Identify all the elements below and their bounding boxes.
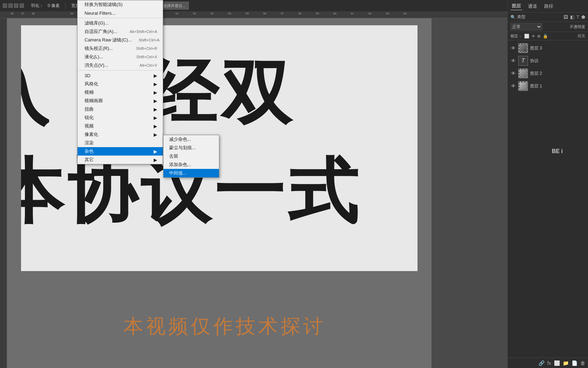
panel-icon-adjust[interactable]: ◧ (570, 14, 574, 20)
menu-item-niuqu[interactable]: 扭曲 ▶ (78, 105, 163, 113)
be-i-overlay: BE i (527, 143, 588, 160)
win-ctrl-2[interactable] (8, 4, 13, 8)
search-icon: 🔍 (510, 15, 516, 20)
ruler-num-57: 57 (281, 12, 284, 15)
layer-item-layer1[interactable]: 👁 图层 1 (508, 80, 588, 92)
be-i-text: BE i (552, 148, 563, 155)
panel-mode-row: 正常 不透明度 (508, 22, 588, 32)
menu-item-lvjingku[interactable]: 滤镜库(G)... (78, 19, 163, 27)
menu-item-zhuanhuan[interactable]: 转换为智能滤镜(S) (78, 0, 163, 9)
panel-search-row: 🔍 类型 🖼 ◧ T ⬟ (508, 13, 588, 22)
menu-item-zaose[interactable]: 杂色 ▶ (78, 147, 163, 156)
win-ctrl-1[interactable] (3, 4, 7, 8)
menu-item-ziyingying[interactable]: 自适应广角(A)... Alt+Shift+Ctrl+A (78, 27, 163, 36)
ruler-num-53: 53 (211, 12, 214, 15)
panel-icon-shape[interactable]: ⬟ (581, 14, 585, 20)
menu-item-ruihua[interactable]: 锐化 ▶ (78, 113, 163, 122)
layer-visibility-xieyi[interactable]: 👁 (510, 58, 516, 64)
layer-thumbnail-layer2 (518, 68, 528, 78)
layer-item-layer3[interactable]: 👁 图层 3 (508, 42, 588, 54)
layer-name-layer2: 图层 2 (530, 71, 542, 77)
menu-item-xiaoshi[interactable]: 消失点(V)... Alt+Ctrl+V (78, 61, 163, 70)
ruler-num-59: 59 (316, 12, 319, 15)
panel-tabs: 图层 通道 路径 (508, 0, 588, 13)
submenu-item-quban[interactable]: 去斑 (163, 152, 219, 160)
submenu-item-jianshao[interactable]: 减少杂色... (163, 135, 219, 144)
ruler-left (0, 18, 7, 368)
menu-item-qita[interactable]: 其它 ▶ (78, 156, 163, 164)
new-layer-icon[interactable]: 📄 (572, 360, 577, 366)
panel-icon-image[interactable]: 🖼 (563, 14, 568, 20)
menu-item-shipin[interactable]: 视频 ▶ (78, 122, 163, 130)
submenu-item-tianjia[interactable]: 添加杂色... (163, 160, 219, 169)
subtitle-area: 本视频仅作技术探讨 (14, 313, 432, 340)
ruler-num-37: 37 (21, 12, 24, 15)
add-mask-icon[interactable]: ⬜ (554, 360, 560, 366)
layer-item-xieyi[interactable]: 👁 T 协议 (508, 54, 588, 67)
tab-channels[interactable]: 通道 (527, 2, 539, 10)
submenu-item-gongchen[interactable]: 蒙尘与划痕... (163, 144, 219, 152)
menu-item-jantou[interactable]: 镜头校正(R)... Shift+Ctrl+R (78, 44, 163, 53)
ruler-num-36: 36 (11, 12, 14, 15)
ruler-num-64: 64 (403, 12, 407, 15)
lock-icon-move[interactable]: ✛ (532, 34, 535, 39)
menu-item-cameraraw[interactable]: Camera Raw 滤镜(C)... Shift+Ctrl+A (78, 36, 163, 44)
menu-item-3d[interactable]: 3D ▶ (78, 71, 163, 80)
ruler-num-54: 54 (228, 12, 231, 15)
win-ctrl-3[interactable] (14, 4, 18, 8)
canvas-char-left-r1: 入 (21, 46, 49, 141)
select-mask-button[interactable]: 选择并遮住... (160, 2, 189, 9)
panel-filter-icons: 🖼 ◧ T ⬟ (563, 14, 585, 20)
menu-separator-2 (78, 70, 163, 71)
win-ctrl-4[interactable] (20, 4, 24, 8)
opacity-label: 不透明度 (570, 24, 585, 29)
layer-item-layer2[interactable]: 👁 图层 2 (508, 67, 588, 80)
layer-visibility-layer3[interactable]: 👁 (510, 45, 516, 51)
lock-icon-chess[interactable]: ⬜ (524, 34, 529, 39)
menu-item-mohu[interactable]: 模糊 ▶ (78, 88, 163, 97)
subtitle-text: 本视频仅作技术探讨 (123, 315, 326, 337)
fill-label: 填充 (577, 33, 585, 39)
layer-thumbnail-layer1 (518, 81, 528, 91)
lock-icon-lock[interactable]: 🔒 (543, 34, 548, 39)
delete-layer-icon[interactable]: 🗑 (580, 360, 585, 366)
ruler-num-52: 52 (193, 12, 196, 15)
layer-visibility-layer2[interactable]: 👁 (510, 71, 516, 76)
layers-list: 👁 图层 3 👁 T 协议 👁 图层 2 👁 (508, 40, 588, 94)
ruler-num-45: 45 (70, 12, 73, 15)
tab-layers[interactable]: 图层 (510, 2, 522, 10)
panel-lock-row: 锁定： ⬜ ✛ ⊕ 🔒 填充 (508, 32, 588, 40)
layer-thumbnail-xieyi: T (518, 56, 528, 66)
layer-text-icon-xieyi: T (521, 58, 525, 64)
panel-bottom: 🔗 fx ⬜ 📁 📄 🗑 (508, 357, 588, 368)
right-panel: 图层 通道 路径 🔍 类型 🖼 ◧ T ⬟ 正常 不透明度 锁定： ⬜ ✛ ⊕ … (507, 0, 588, 368)
ruler-num-60: 60 (333, 12, 336, 15)
ruler-num-63: 63 (386, 12, 389, 15)
divider1 (65, 2, 66, 9)
blend-mode-dropdown[interactable]: 正常 (510, 23, 542, 30)
menu-item-fenggehua[interactable]: 风格化 ▶ (78, 80, 163, 88)
menu-separator-1 (78, 18, 163, 18)
lock-icon-artboard[interactable]: ⊕ (537, 34, 541, 39)
layer-visibility-layer1[interactable]: 👁 (510, 83, 516, 89)
layer-name-layer1: 图层 1 (530, 83, 542, 89)
lock-label: 锁定： (510, 33, 522, 39)
ruler-num-56: 56 (263, 12, 266, 15)
ruler-num-62: 62 (368, 12, 372, 15)
ruler-num-58: 58 (298, 12, 301, 15)
menu-item-neural[interactable]: Neural Filters... (78, 9, 163, 17)
menu-item-xiangsuhua[interactable]: 像素化 ▶ (78, 130, 163, 139)
panel-icon-type[interactable]: T (576, 14, 579, 20)
new-group-icon[interactable]: 📁 (563, 360, 569, 366)
menu-item-mohu-hualang[interactable]: 模糊画廊 ▶ (78, 97, 163, 105)
ruler-num-38: 38 (32, 12, 35, 15)
menu-item-xuanran[interactable]: 渲染 (78, 139, 163, 147)
ruler-num-61: 61 (351, 12, 354, 15)
tab-paths[interactable]: 路径 (543, 2, 555, 10)
link-layers-icon[interactable]: 🔗 (539, 360, 544, 366)
fx-icon[interactable]: fx (547, 360, 551, 366)
filter-dropdown-menu: 转换为智能滤镜(S) Neural Filters... 滤镜库(G)... 自… (77, 0, 163, 164)
submenu-item-zhongjian[interactable]: 中间值... (163, 169, 219, 177)
menu-item-yehua[interactable]: 液化(L)... Shift+Ctrl+X (78, 53, 163, 61)
main-content: 同经双 本协议一式 入 本视频仅作技术探讨 (7, 18, 432, 368)
